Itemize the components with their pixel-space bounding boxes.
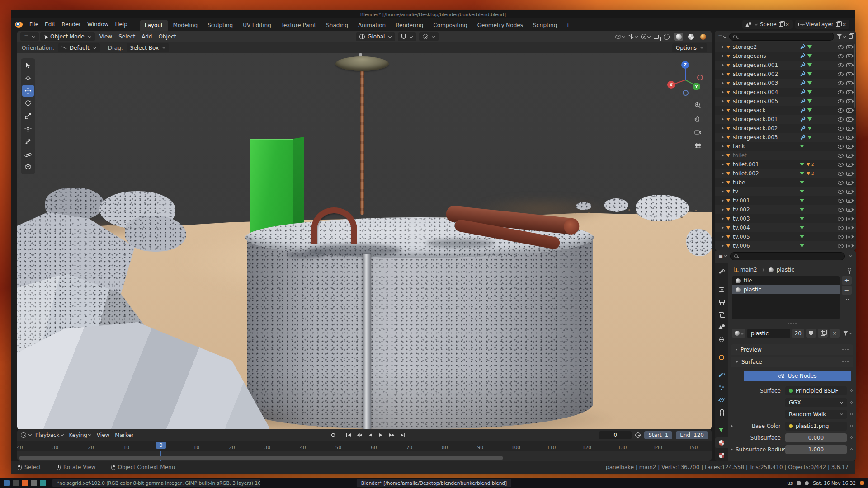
disable-in-renders-toggle[interactable] <box>846 127 852 131</box>
outliner-item-tv-004[interactable]: tv.004 <box>715 223 856 232</box>
hide-in-viewport-toggle[interactable] <box>838 181 844 185</box>
workspace-tab-uv-editing[interactable]: UV Editing <box>238 20 276 31</box>
outliner-item-storage2[interactable]: storage2 <box>715 42 856 52</box>
properties-tab-modifiers[interactable] <box>715 370 728 381</box>
unlink-scene-icon[interactable]: × <box>785 22 789 28</box>
resize-grip[interactable] <box>788 323 796 324</box>
disable-in-renders-toggle[interactable] <box>846 90 852 94</box>
hide-in-viewport-toggle[interactable] <box>838 63 844 67</box>
workspace-tab-modeling[interactable]: Modeling <box>168 20 203 31</box>
workspace-tab-compositing[interactable]: Compositing <box>428 20 472 31</box>
timeline-editor-button[interactable] <box>21 432 32 438</box>
options-dropdown[interactable]: Options <box>672 43 707 52</box>
taskbar-app-icon-4[interactable] <box>31 480 37 486</box>
surface-panel-header[interactable]: Surface <box>731 357 853 367</box>
axis-x-handle[interactable]: X <box>667 81 675 89</box>
viewport-menu-select[interactable]: Select <box>115 33 138 40</box>
properties-tab-render[interactable] <box>715 284 728 295</box>
current-frame-badge[interactable]: 0 <box>156 442 166 449</box>
hide-in-viewport-toggle[interactable] <box>838 72 844 76</box>
transform-orientation-dropdown[interactable]: Global <box>356 32 395 41</box>
tool-annotate[interactable] <box>22 136 34 147</box>
expand-icon[interactable] <box>722 172 724 175</box>
outliner-item-storagesack[interactable]: storagesack <box>715 106 856 115</box>
tool-cursor[interactable] <box>22 72 34 84</box>
mode-dropdown[interactable]: Object Mode <box>40 32 95 41</box>
axis-z-handle[interactable]: Z <box>681 61 689 69</box>
viewport-3d[interactable]: Z X Y <box>17 53 712 429</box>
menu-window[interactable]: Window <box>84 20 112 29</box>
outliner-editor-button[interactable]: ≡ <box>718 34 726 39</box>
new-viewlayer-icon[interactable] <box>836 22 840 27</box>
slot-specials-button[interactable] <box>845 297 849 300</box>
distribution-dropdown[interactable]: GGX <box>785 398 847 407</box>
disable-in-renders-toggle[interactable] <box>846 145 852 149</box>
workspace-tab-geometry-nodes[interactable]: Geometry Nodes <box>472 20 528 31</box>
outliner-item-storagesack-001[interactable]: storagesack.001 <box>715 115 856 124</box>
expand-icon[interactable] <box>722 226 724 229</box>
outliner-item-tv[interactable]: tv <box>715 187 856 196</box>
rock-right-4[interactable] <box>576 202 591 210</box>
current-frame-field[interactable]: 0 <box>599 431 632 439</box>
outliner-search-input[interactable] <box>729 33 834 41</box>
material-specials-button[interactable] <box>843 331 852 336</box>
outliner-item-tv-006[interactable]: tv.006 <box>715 241 856 250</box>
expand-icon[interactable] <box>722 109 724 112</box>
remove-slot-button[interactable]: − <box>842 286 852 295</box>
outliner-item-toilet-001[interactable]: toilet.001 2 <box>715 160 856 169</box>
expand-icon[interactable] <box>731 425 733 427</box>
timeline-menu-keying[interactable]: Keying <box>66 432 94 438</box>
expand-icon[interactable] <box>722 100 724 103</box>
tray-icon-1[interactable] <box>797 481 801 485</box>
disable-in-renders-toggle[interactable] <box>846 108 852 113</box>
drag-dropdown[interactable]: Select Box <box>127 43 169 52</box>
umbrella-pole[interactable] <box>360 68 364 215</box>
next-keyframe-button[interactable] <box>387 431 397 439</box>
expand-icon[interactable] <box>722 82 724 84</box>
rock-right-2[interactable] <box>604 198 628 212</box>
window-titlebar[interactable]: Blender* [/home/amalie/Desktop/blender/b… <box>11 10 855 18</box>
scene-selector[interactable]: Scene × <box>742 20 793 29</box>
outliner-item-storagecans[interactable]: storagecans <box>715 52 856 61</box>
viewport-menu-add[interactable]: Add <box>138 33 155 40</box>
outliner-item-storagesack-003[interactable]: storagesack.003 <box>715 133 856 142</box>
green-box[interactable] <box>250 137 304 234</box>
disable-in-renders-toggle[interactable] <box>846 226 852 230</box>
keyboard-layout[interactable]: us <box>787 480 793 486</box>
properties-editor-button[interactable]: ≡ <box>718 253 727 259</box>
outliner-item-storagecans-004[interactable]: storagecans.004 <box>715 88 856 97</box>
record-button[interactable] <box>328 431 338 439</box>
workspace-tab-shading[interactable]: Shading <box>321 20 353 31</box>
disable-in-renders-toggle[interactable] <box>846 172 852 176</box>
disable-in-renders-toggle[interactable] <box>846 99 852 103</box>
proportional-editing-toggle[interactable] <box>419 32 439 41</box>
new-collection-icon[interactable] <box>849 34 853 39</box>
axis-y-handle[interactable]: Y <box>693 83 700 90</box>
animate-dot[interactable] <box>850 413 853 415</box>
tool-measure[interactable] <box>22 148 34 160</box>
properties-tab-particles[interactable] <box>715 382 728 393</box>
breadcrumb-material[interactable]: plastic <box>777 267 794 273</box>
outliner-item-tv-005[interactable]: tv.005 <box>715 232 856 241</box>
timeline-scrollbar[interactable] <box>19 456 503 460</box>
expand-icon[interactable] <box>731 448 733 451</box>
outliner-scrollbar[interactable] <box>854 44 855 108</box>
disable-in-renders-toggle[interactable] <box>846 154 852 158</box>
timeline-menu-view[interactable]: View <box>94 432 112 438</box>
expand-icon[interactable] <box>722 181 724 184</box>
animate-dot[interactable] <box>850 401 853 404</box>
hide-in-viewport-toggle[interactable] <box>838 45 844 49</box>
outliner-item-storagecans-005[interactable]: storagecans.005 <box>715 97 856 106</box>
outliner-item-storagecans-001[interactable]: storagecans.001 <box>715 61 856 70</box>
taskbar-app-icon-1[interactable] <box>4 480 10 486</box>
expand-icon[interactable] <box>722 118 724 121</box>
remove-viewlayer-icon[interactable]: × <box>842 22 846 28</box>
expand-icon[interactable] <box>722 199 724 202</box>
outliner-item-tube[interactable]: tube <box>715 178 856 187</box>
outliner-item-storagesack-002[interactable]: storagesack.002 <box>715 124 856 133</box>
material-slot-tile[interactable]: tile <box>732 276 840 285</box>
pan-button[interactable] <box>693 113 703 123</box>
disable-in-renders-toggle[interactable] <box>846 45 852 49</box>
play-reverse-button[interactable] <box>365 431 375 439</box>
tool-transform[interactable] <box>22 123 34 135</box>
